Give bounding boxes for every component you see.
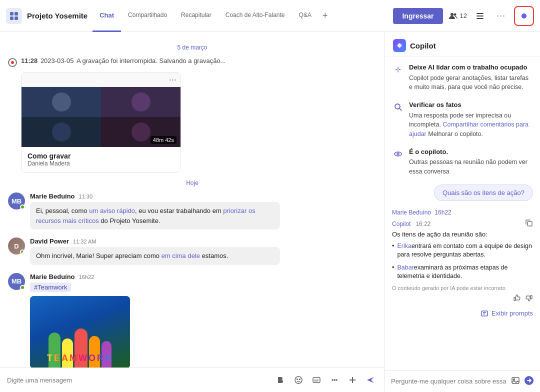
join-button[interactable]: Ingressar xyxy=(393,8,442,24)
tab-qa[interactable]: Q&A xyxy=(292,0,318,32)
recording-author: Daniela Madera xyxy=(28,160,174,167)
svg-rect-29 xyxy=(482,311,488,316)
avatar: MB xyxy=(8,273,25,290)
add-tab-button[interactable]: + xyxy=(318,0,332,32)
gif-image: TEAMWORK xyxy=(30,296,130,368)
svg-rect-1 xyxy=(14,12,18,16)
image-attach-button[interactable] xyxy=(511,376,520,386)
ai-disclaimer: O conteúdo gerado por IA pode estar inco… xyxy=(392,285,533,291)
copilot-feature-private-text: É o copiloto. Outras pessoas na reunião … xyxy=(409,147,533,176)
copilot-panel: Copilot Deixe AI lidar com o trabalho oc… xyxy=(385,32,540,392)
thumbs-up-button[interactable] xyxy=(513,294,521,304)
message-input[interactable] xyxy=(7,376,268,384)
avatar: MB xyxy=(8,192,25,210)
message-meta: Marie Beduíno 16h22 xyxy=(30,273,376,280)
svg-rect-7 xyxy=(476,16,484,16)
svg-rect-32 xyxy=(512,378,519,384)
message-author: Marie Beduíno xyxy=(30,273,75,280)
hashtag-tag: #Teamwork xyxy=(30,282,71,292)
header: Projeto Yosemite Chat Compartilhado Reca… xyxy=(0,0,540,32)
copilot-feature-text: Deixe AI lidar com o trabalho ocupado Co… xyxy=(409,62,533,92)
svg-rect-0 xyxy=(10,12,14,16)
copilot-response-header: Copilot 16:22 xyxy=(392,219,533,228)
svg-point-5 xyxy=(454,13,456,16)
svg-rect-27 xyxy=(514,298,516,300)
copilot-feature-busy-work: Deixe AI lidar com o trabalho ocupado Co… xyxy=(392,62,533,92)
copilot-input-area xyxy=(385,370,540,392)
copilot-header: Copilot xyxy=(385,32,540,56)
recording-title: Como gravar xyxy=(28,152,174,160)
tab-recap[interactable]: Recapitular xyxy=(174,0,218,32)
recording-info: Como gravar Daniela Madera xyxy=(22,147,180,172)
online-status-dot xyxy=(20,285,25,290)
feedback-row xyxy=(392,294,533,304)
copilot-body[interactable]: Deixe AI lidar com o trabalho ocupado Co… xyxy=(385,56,540,370)
action-items-list: • Erikaentrará em contato com a equipe d… xyxy=(392,242,533,281)
list-icon[interactable] xyxy=(472,8,488,24)
copilot-input[interactable] xyxy=(391,378,507,385)
prompts-button[interactable]: Exibir prompts xyxy=(392,310,533,318)
message-author: Marie Beduíno xyxy=(30,192,75,200)
message-time: 16h22 xyxy=(79,274,94,280)
recording-thumbnail: 48m 42s xyxy=(22,87,180,147)
svg-point-24 xyxy=(394,152,402,156)
copy-button[interactable] xyxy=(525,219,533,228)
plus-icon[interactable] xyxy=(346,373,360,387)
table-row: MB Marie Beduíno 16h22 #Teamwork xyxy=(8,273,376,368)
recording-card[interactable]: ··· xyxy=(21,72,181,172)
copilot-icon xyxy=(393,39,406,52)
svg-rect-26 xyxy=(528,222,532,226)
recording-duration: 48m 42s xyxy=(150,136,176,144)
eye-icon xyxy=(392,148,404,160)
svg-rect-20 xyxy=(350,380,356,380)
teamwork-text: TEAMWORK xyxy=(47,353,113,363)
search-icon xyxy=(392,101,404,113)
message-content: Marie Beduíno 16h22 #Teamwork xyxy=(30,273,376,368)
thumbs-down-button[interactable] xyxy=(525,294,533,304)
avatar: D xyxy=(8,238,25,254)
tab-shared[interactable]: Compartilhado xyxy=(121,0,174,32)
svg-rect-6 xyxy=(476,13,484,14)
emoji-icon[interactable] xyxy=(292,373,306,387)
date-divider: 5 de março xyxy=(8,44,376,51)
copilot-feature-private: É o copiloto. Outras pessoas na reunião … xyxy=(392,147,533,176)
svg-point-17 xyxy=(332,380,333,380)
copilot-send-button[interactable] xyxy=(524,376,534,387)
message-author: David Power xyxy=(30,238,69,245)
nav-tabs: Chat Compartilhado Recapitular Coach de … xyxy=(92,0,332,32)
participants-icon xyxy=(448,11,458,21)
more-options-icon[interactable]: ··· xyxy=(493,8,509,24)
sparkle-icon xyxy=(392,64,404,76)
message-time: 11:30 xyxy=(79,194,93,200)
message-content: Marie Beduíno 11:30 Ei, pessoal, como um… xyxy=(30,192,376,230)
list-item: • Erikaentrará em contato com a equipe d… xyxy=(392,242,533,260)
format-icon[interactable] xyxy=(274,373,288,387)
prompts-icon xyxy=(480,310,488,318)
message-meta: Marie Beduíno 11:30 xyxy=(30,192,376,200)
svg-point-18 xyxy=(336,380,337,380)
copilot-title: Copilot xyxy=(410,42,436,50)
online-status-dot xyxy=(20,250,25,254)
header-right: Ingressar 12 ··· xyxy=(393,6,534,26)
svg-rect-28 xyxy=(530,296,532,298)
copilot-button[interactable] xyxy=(514,6,534,26)
quick-action-button[interactable]: Quais são os itens de ação? xyxy=(434,184,533,201)
header-left: Projeto Yosemite Chat Compartilhado Reca… xyxy=(6,0,393,32)
copilot-feature-verify: Verificar os fatos Uma resposta pode ser… xyxy=(392,100,533,139)
copilot-feature-verify-text: Verificar os fatos Uma resposta pode ser… xyxy=(409,100,533,139)
svg-point-22 xyxy=(395,104,400,109)
gif-icon[interactable]: GIF xyxy=(310,373,324,387)
tab-chat[interactable]: Chat xyxy=(92,0,121,32)
svg-point-4 xyxy=(450,13,454,16)
copilot-sender-label: Copilot xyxy=(392,220,410,228)
table-row: MB Marie Beduíno 11:30 Ei, pessoal, como… xyxy=(8,192,376,230)
svg-line-23 xyxy=(400,108,402,110)
svg-rect-8 xyxy=(476,18,484,19)
messages-container[interactable]: 5 de março 11:28 2023-03-05 A gravação f… xyxy=(0,32,384,368)
attach-icon[interactable] xyxy=(328,373,342,387)
svg-point-16 xyxy=(334,380,335,380)
recording-more-btn[interactable]: ··· xyxy=(169,74,176,85)
svg-point-11 xyxy=(295,376,302,384)
send-button[interactable] xyxy=(364,373,378,387)
tab-speaker-coach[interactable]: Coach de Alto-Falante xyxy=(218,0,292,32)
